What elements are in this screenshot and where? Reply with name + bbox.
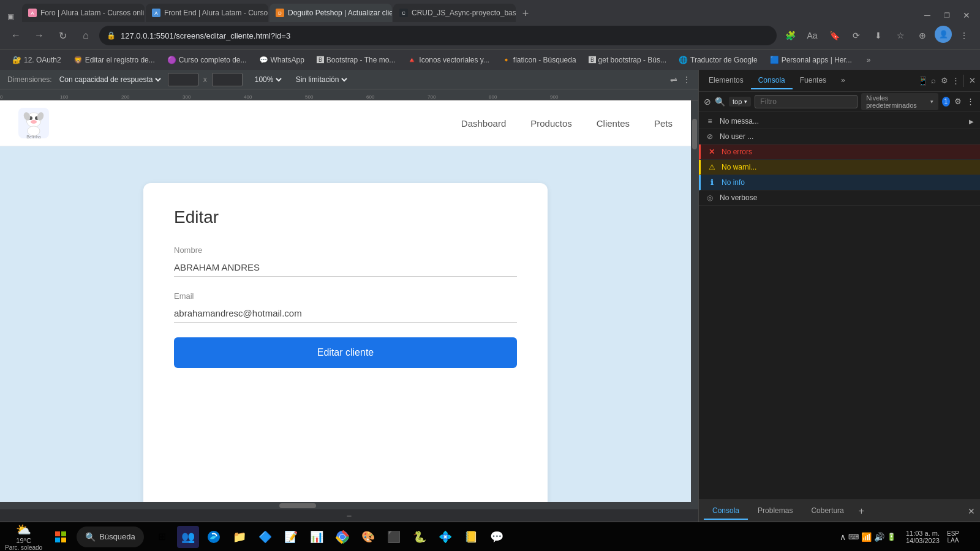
- translate-icon[interactable]: Aa: [802, 26, 822, 45]
- tray-up-arrow[interactable]: ∧: [840, 532, 846, 542]
- console-more-icon[interactable]: ⋮: [966, 96, 975, 107]
- tab-1[interactable]: A Foro | Alura Latam - Cursos onli... ✕: [22, 4, 145, 22]
- console-msg-warnings[interactable]: ⚠ No warni...: [699, 160, 980, 175]
- nav-productos[interactable]: Productos: [530, 118, 572, 129]
- devtools-tab-consola[interactable]: Consola: [751, 72, 793, 89]
- taskbar-weather[interactable]: ⛅ 19°C Parc. soleado: [5, 522, 42, 551]
- bookmark-curso[interactable]: 🟣 Curso completo de...: [162, 54, 252, 66]
- console-msg-messages[interactable]: ≡ No messa... ▶: [699, 114, 980, 129]
- devtools-tab-more[interactable]: »: [834, 72, 853, 89]
- devtools-close-icon[interactable]: ✕: [967, 75, 978, 86]
- show-desktop-button[interactable]: [964, 526, 969, 548]
- tab-4[interactable]: C CRUD_JS_Async-proyecto_base/... ✕: [393, 4, 516, 22]
- devtools-settings-icon[interactable]: ⚙: [939, 75, 950, 86]
- refresh-icon2[interactable]: ⟳: [846, 26, 866, 45]
- console-filter-icon[interactable]: 🔍: [715, 96, 725, 107]
- devtools-panel-close[interactable]: ✕: [968, 506, 975, 516]
- nav-dashboard[interactable]: Dashboard: [461, 118, 506, 129]
- bookmark-bootstrap[interactable]: 🅱 Bootstrap - The mo...: [312, 54, 401, 66]
- console-msg-errors[interactable]: ✕ No errors: [699, 144, 980, 160]
- console-msg-verbose[interactable]: ◎ No verbose: [699, 190, 980, 206]
- console-msg-user[interactable]: ⊘ No user ...: [699, 129, 980, 144]
- bookmark-editar[interactable]: 🦁 Editar el registro de...: [69, 54, 160, 66]
- tab-3[interactable]: D Doguito Petshop | Actualizar clie... ✕: [270, 4, 392, 22]
- download-icon[interactable]: ⬇: [869, 26, 888, 45]
- profile-icon2[interactable]: 🔖: [824, 26, 844, 45]
- task-view-icon[interactable]: ⊞: [151, 526, 173, 548]
- forward-button[interactable]: →: [29, 26, 49, 45]
- back-button[interactable]: ←: [6, 26, 26, 45]
- edit-client-button[interactable]: Editar cliente: [174, 337, 517, 368]
- teams-icon[interactable]: 👥: [177, 526, 199, 548]
- keyboard-icon[interactable]: ⌨: [848, 533, 859, 541]
- bookmark-personal[interactable]: 🟦 Personal apps | Her...: [765, 54, 857, 66]
- whatsapp-taskbar-icon[interactable]: 💬: [486, 526, 508, 548]
- more-options-icon[interactable]: ⋮: [682, 75, 691, 84]
- powerpoint-icon[interactable]: 📊: [306, 526, 328, 548]
- sketch-icon[interactable]: 🎨: [357, 526, 379, 548]
- page-resize-handle[interactable]: ═: [0, 509, 698, 522]
- devtools-bottom-tab-consola[interactable]: Consola: [704, 503, 748, 520]
- limitation-selector[interactable]: Sin limitación: [293, 75, 349, 84]
- devtools-device-icon[interactable]: 📱: [917, 75, 928, 86]
- h-scroll-thumb[interactable]: [279, 503, 316, 508]
- devtools-bottom-tab-cobertura[interactable]: Cobertura: [802, 503, 852, 520]
- v-scroll-thumb[interactable]: [692, 119, 697, 149]
- zoom-icon[interactable]: 🔷: [254, 526, 276, 548]
- terminal-icon[interactable]: ⬛: [383, 526, 405, 548]
- rotate-icon[interactable]: ⇌: [670, 75, 677, 84]
- console-filter-input[interactable]: [755, 95, 858, 108]
- nav-clientes[interactable]: Clientes: [597, 118, 630, 129]
- bookmark-icon[interactable]: ☆: [891, 26, 910, 45]
- devtools-search-icon[interactable]: ⌕: [928, 75, 939, 86]
- python-icon[interactable]: 🐍: [409, 526, 431, 548]
- more-menu-button[interactable]: ⋮: [954, 26, 974, 45]
- chrome-icon[interactable]: [331, 526, 353, 548]
- extensions-icon[interactable]: 🧩: [780, 26, 800, 45]
- clear-console-icon[interactable]: ⊘: [704, 97, 711, 107]
- bookmark-oauth2[interactable]: 🔐 12. OAuth2: [7, 54, 66, 66]
- explorer-icon[interactable]: 📁: [228, 526, 251, 548]
- network-icon[interactable]: 📶: [861, 532, 872, 542]
- bookmark-traductor[interactable]: 🌐 Traductor de Google: [674, 54, 763, 66]
- vscode-icon[interactable]: 💠: [434, 526, 456, 548]
- start-button[interactable]: [50, 526, 72, 548]
- bookmark-getbootstrap[interactable]: 🅱 get bootstrap - Bús...: [584, 54, 671, 66]
- system-clock[interactable]: 11:03 a. m. 14/03/2023: [906, 530, 940, 544]
- tab-2[interactable]: A Front End | Alura Latam - Cursos... ✕: [146, 4, 268, 22]
- bookmark-iconos[interactable]: 🔺 Iconos vectoriales y...: [402, 54, 494, 66]
- address-bar[interactable]: 🔒 127.0.0.1:5501/screens/editar_cliente.…: [99, 26, 777, 45]
- bookmark-whatsapp[interactable]: 💬 WhatsApp: [254, 54, 309, 66]
- devtools-more-icon[interactable]: ⋮: [950, 75, 961, 86]
- word-icon[interactable]: 📝: [280, 526, 302, 548]
- note-icon[interactable]: 📒: [460, 526, 482, 548]
- taskbar-search[interactable]: 🔍 Búsqueda: [77, 527, 144, 547]
- add-tab-button[interactable]: +: [854, 506, 869, 517]
- height-input[interactable]: 656: [212, 73, 243, 86]
- refresh-button[interactable]: ↻: [53, 26, 72, 45]
- maximize-button[interactable]: ❐: [938, 9, 956, 22]
- device-selector[interactable]: Con capacidad de respuesta: [57, 75, 163, 84]
- devtools-bottom-tab-problemas[interactable]: Problemas: [749, 503, 801, 520]
- devtools-tab-fuentes[interactable]: Fuentes: [793, 72, 834, 89]
- bookmarks-more[interactable]: »: [862, 54, 876, 66]
- edge-icon[interactable]: [203, 526, 225, 548]
- horizontal-scrollbar[interactable]: [0, 502, 698, 509]
- home-button[interactable]: ⌂: [76, 26, 96, 45]
- history-icon[interactable]: ⊕: [913, 26, 932, 45]
- screen-icon[interactable]: ▣: [5, 11, 16, 22]
- zoom-selector[interactable]: 100%: [252, 75, 284, 84]
- console-settings-icon[interactable]: ⚙: [954, 96, 963, 107]
- volume-icon[interactable]: 🔊: [874, 532, 884, 542]
- minimize-button[interactable]: ─: [919, 9, 936, 22]
- bookmark-flaticon[interactable]: 🔸 flaticon - Búsqueda: [497, 54, 581, 66]
- nav-pets[interactable]: Pets: [654, 118, 673, 129]
- close-button[interactable]: ✕: [958, 9, 975, 22]
- devtools-tab-elementos[interactable]: Elementos: [701, 72, 751, 89]
- width-input[interactable]: 1024: [168, 73, 198, 86]
- name-input[interactable]: [174, 258, 517, 277]
- console-msg-info[interactable]: ℹ No info: [699, 175, 980, 190]
- filter-levels-selector[interactable]: Niveles predeterminados ▾: [861, 93, 938, 110]
- vertical-scrollbar[interactable]: [691, 100, 698, 502]
- console-top-selector[interactable]: top ▾: [729, 97, 751, 107]
